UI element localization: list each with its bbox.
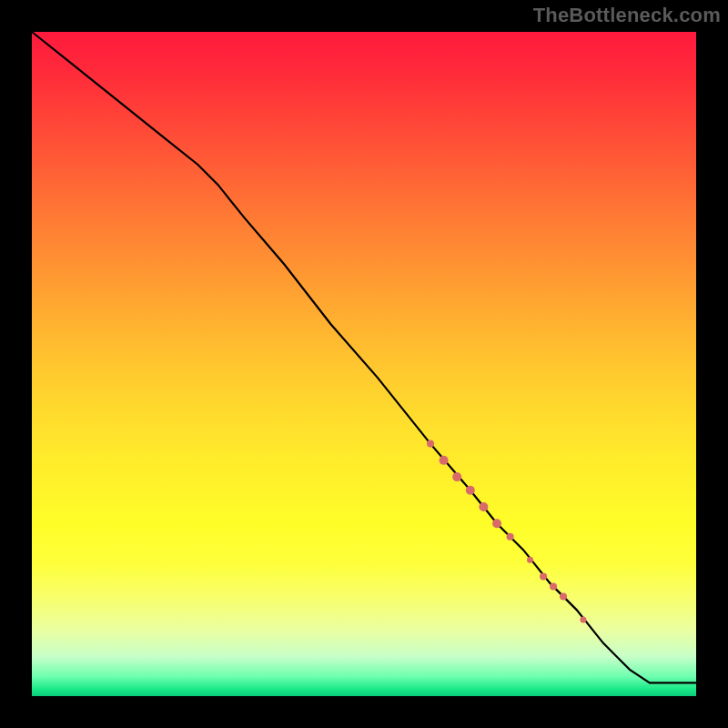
data-marker: [466, 486, 475, 495]
chart-container: TheBottleneck.com: [0, 0, 728, 728]
plot-area: [32, 32, 696, 696]
data-marker: [507, 533, 514, 541]
chart-svg: [32, 32, 696, 696]
watermark-text: TheBottleneck.com: [533, 4, 721, 27]
data-marker: [527, 557, 533, 563]
data-marker: [427, 440, 434, 448]
main-curve: [32, 32, 696, 682]
data-marker: [550, 583, 557, 591]
data-marker: [479, 502, 488, 511]
data-marker: [560, 593, 567, 601]
data-marker: [440, 456, 449, 465]
data-marker: [492, 519, 501, 528]
data-marker: [580, 617, 586, 623]
data-marker: [452, 472, 461, 481]
data-marker: [540, 573, 547, 581]
